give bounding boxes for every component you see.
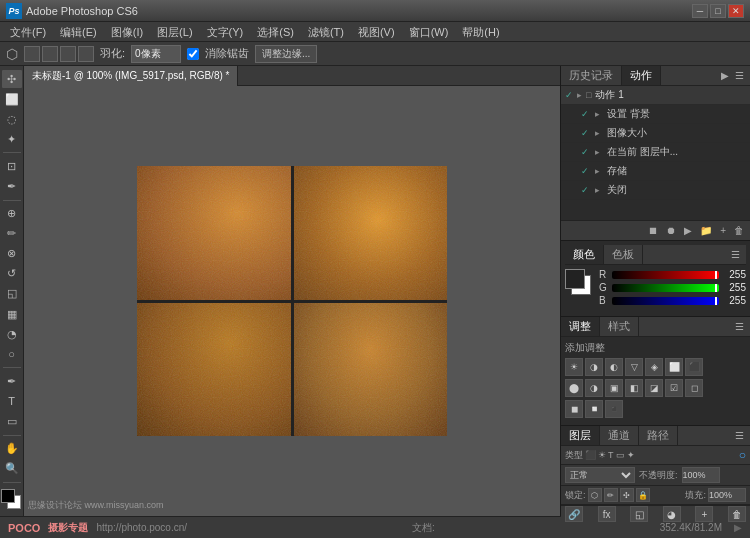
tab-paths[interactable]: 路径 <box>639 426 678 445</box>
add-style-button[interactable]: fx <box>598 506 616 522</box>
brush-tool[interactable]: ✏ <box>2 225 22 243</box>
doc-tab-main[interactable]: 未标题-1 @ 100% (IMG_5917.psd, RGB/8) * <box>24 66 238 86</box>
adj-threshold-icon[interactable]: ☑ <box>665 379 683 397</box>
menu-filter[interactable]: 滤镜(T) <box>302 22 350 42</box>
lock-pixels-icon[interactable]: ✏ <box>604 488 618 502</box>
tool-mode-btn1[interactable] <box>24 46 40 62</box>
adj-bw-icon[interactable]: ⬤ <box>565 379 583 397</box>
menu-layer[interactable]: 图层(L) <box>151 22 198 42</box>
magic-wand-tool[interactable]: ✦ <box>2 130 22 148</box>
menu-window[interactable]: 窗口(W) <box>403 22 455 42</box>
g-slider[interactable] <box>612 284 719 292</box>
filter-smart-icon[interactable]: ✦ <box>627 450 635 460</box>
lock-all-icon[interactable]: 🔒 <box>636 488 650 502</box>
adj-hsl-icon[interactable]: ⬜ <box>665 358 683 376</box>
adj-photo-icon[interactable]: ◑ <box>585 379 603 397</box>
adj-posterize-icon[interactable]: ◪ <box>645 379 663 397</box>
maximize-button[interactable]: □ <box>710 4 726 18</box>
tab-color[interactable]: 颜色 <box>565 245 604 264</box>
close-button[interactable]: ✕ <box>728 4 744 18</box>
status-arrow[interactable]: ▶ <box>734 522 742 533</box>
lasso-tool[interactable]: ◌ <box>2 110 22 128</box>
new-action-button[interactable]: 📁 <box>698 225 714 236</box>
r-slider[interactable] <box>612 271 719 279</box>
action-item-1[interactable]: ✓ ▸ 设置 背景 <box>561 105 750 124</box>
filter-pixel-icon[interactable]: ⬛ <box>585 450 596 460</box>
layers-panel-menu[interactable]: ☰ <box>733 430 746 441</box>
action-item-2[interactable]: ✓ ▸ 图像大小 <box>561 124 750 143</box>
zoom-tool[interactable]: 🔍 <box>2 460 22 478</box>
new-item-button[interactable]: + <box>718 225 728 236</box>
action-item-4[interactable]: ✓ ▸ 存储 <box>561 162 750 181</box>
menu-view[interactable]: 视图(V) <box>352 22 401 42</box>
tool-options-icon[interactable]: ⬡ <box>6 46 18 62</box>
adj-exposure-icon[interactable]: ▽ <box>625 358 643 376</box>
marquee-tool[interactable]: ⬜ <box>2 90 22 108</box>
tab-styles[interactable]: 样式 <box>600 317 639 336</box>
adj-brightness-icon[interactable]: ☀ <box>565 358 583 376</box>
action-group-header[interactable]: ✓ ▸ □ 动作 1 <box>561 86 750 105</box>
lock-transparent-icon[interactable]: ⬡ <box>588 488 602 502</box>
menu-file[interactable]: 文件(F) <box>4 22 52 42</box>
adj-colormix-icon[interactable]: ▣ <box>605 379 623 397</box>
add-mask-button[interactable]: ◱ <box>630 506 648 522</box>
delete-button[interactable]: 🗑 <box>732 225 746 236</box>
panel-play-icon[interactable]: ▶ <box>719 70 731 81</box>
tab-layers[interactable]: 图层 <box>561 426 600 445</box>
tab-channels[interactable]: 通道 <box>600 426 639 445</box>
play-button[interactable]: ▶ <box>682 225 694 236</box>
history-brush-tool[interactable]: ↺ <box>2 265 22 283</box>
adj-curves-icon[interactable]: ◐ <box>605 358 623 376</box>
filter-text-icon[interactable]: T <box>608 450 614 460</box>
adj-gradient-icon[interactable]: ◻ <box>685 379 703 397</box>
new-layer-button[interactable]: + <box>695 506 713 522</box>
adj-panel-menu[interactable]: ☰ <box>733 321 746 332</box>
adj-vibrance-icon[interactable]: ◈ <box>645 358 663 376</box>
filter-adj-icon[interactable]: ☀ <box>598 450 606 460</box>
adj-hdr-icon[interactable]: ◾ <box>605 400 623 418</box>
fg-color-swatch[interactable] <box>565 269 585 289</box>
text-tool[interactable]: T <box>2 392 22 410</box>
move-tool[interactable]: ✣ <box>2 70 22 88</box>
adj-shadow-icon[interactable]: ◽ <box>585 400 603 418</box>
antialias-checkbox[interactable] <box>187 48 199 60</box>
lock-position-icon[interactable]: ✣ <box>620 488 634 502</box>
adj-selectivecolor-icon[interactable]: ◼ <box>565 400 583 418</box>
stop-button[interactable]: ⏹ <box>646 225 660 236</box>
menu-edit[interactable]: 编辑(E) <box>54 22 103 42</box>
tool-mode-btn2[interactable] <box>42 46 58 62</box>
menu-help[interactable]: 帮助(H) <box>456 22 505 42</box>
hand-tool[interactable]: ✋ <box>2 439 22 457</box>
record-button[interactable]: ⏺ <box>664 225 678 236</box>
crop-tool[interactable]: ⊡ <box>2 157 22 175</box>
eraser-tool[interactable]: ◱ <box>2 285 22 303</box>
tool-mode-btn3[interactable] <box>60 46 76 62</box>
filter-shape-icon[interactable]: ▭ <box>616 450 625 460</box>
tab-actions[interactable]: 动作 <box>622 66 661 85</box>
refine-edge-button[interactable]: 调整边缘... <box>255 45 317 63</box>
menu-image[interactable]: 图像(I) <box>105 22 149 42</box>
healing-tool[interactable]: ⊕ <box>2 204 22 222</box>
tab-adjustments[interactable]: 调整 <box>561 317 600 336</box>
adj-invert-icon[interactable]: ◧ <box>625 379 643 397</box>
canvas-area[interactable]: 思缘设计论坛 www.missyuan.com <box>24 86 560 516</box>
shape-tool[interactable]: ▭ <box>2 412 22 430</box>
action-item-5[interactable]: ✓ ▸ 关闭 <box>561 181 750 200</box>
adj-colorbalance-icon[interactable]: ⬛ <box>685 358 703 376</box>
filter-toggle[interactable]: ○ <box>739 448 746 462</box>
fg-bg-color-swatches[interactable] <box>565 269 595 297</box>
new-fill-layer-button[interactable]: ◕ <box>663 506 681 522</box>
opacity-input[interactable] <box>682 467 720 483</box>
minimize-button[interactable]: ─ <box>692 4 708 18</box>
tool-mode-btn4[interactable] <box>78 46 94 62</box>
tab-history[interactable]: 历史记录 <box>561 66 622 85</box>
stamp-tool[interactable]: ⊗ <box>2 245 22 263</box>
menu-text[interactable]: 文字(Y) <box>201 22 250 42</box>
menu-select[interactable]: 选择(S) <box>251 22 300 42</box>
blend-mode-select[interactable]: 正常 <box>565 467 635 483</box>
tab-swatches[interactable]: 色板 <box>604 245 643 264</box>
action-item-3[interactable]: ✓ ▸ 在当前 图层中... <box>561 143 750 162</box>
foreground-color-swatch[interactable] <box>1 489 15 503</box>
link-layers-button[interactable]: 🔗 <box>565 506 583 522</box>
window-controls[interactable]: ─ □ ✕ <box>692 4 744 18</box>
